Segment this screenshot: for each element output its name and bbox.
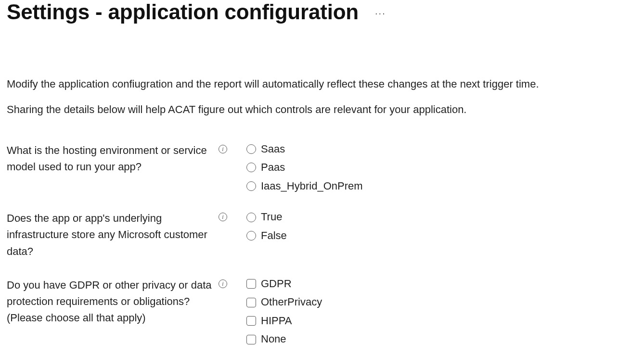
radio-option-saas[interactable]: Saas [246,142,363,156]
radio-input[interactable] [246,181,256,191]
checkbox-input[interactable] [246,279,256,289]
checkbox-option-hippa[interactable]: HIPPA [246,314,322,328]
checkbox-option-gdpr[interactable]: GDPR [246,277,322,291]
page-title: Settings - application configuration [7,0,359,24]
option-label: True [261,210,282,224]
radio-option-true[interactable]: True [246,210,287,224]
info-icon[interactable]: i [219,213,227,221]
radio-option-paas[interactable]: Paas [246,161,363,175]
intro-text-1: Modify the application confiugration and… [7,77,637,92]
question-hosting-environment: What is the hosting environment or servi… [7,142,637,193]
option-label: None [261,332,286,346]
option-label: Paas [261,161,285,175]
radio-input[interactable] [246,213,256,222]
radio-input[interactable] [246,231,256,241]
info-icon[interactable]: i [219,279,227,288]
option-label: HIPPA [261,314,292,328]
option-label: OtherPrivacy [261,295,322,309]
radio-option-iaas-hybrid-onprem[interactable]: Iaas_Hybrid_OnPrem [246,179,363,193]
option-label: False [261,229,287,243]
question-label: Do you have GDPR or other privacy or dat… [7,277,219,326]
checkbox-input[interactable] [246,335,256,344]
more-actions-button[interactable]: ··· [372,6,389,20]
radio-option-false[interactable]: False [246,229,287,243]
checkbox-input[interactable] [246,316,256,326]
question-label: What is the hosting environment or servi… [7,142,219,175]
question-label: Does the app or app's underlying infrast… [7,210,219,259]
option-label: Iaas_Hybrid_OnPrem [261,179,363,193]
radio-input[interactable] [246,144,256,154]
radio-input[interactable] [246,163,256,172]
checkbox-option-otherprivacy[interactable]: OtherPrivacy [246,295,322,309]
checkbox-input[interactable] [246,298,256,307]
question-privacy-requirements: Do you have GDPR or other privacy or dat… [7,277,637,346]
option-label: Saas [261,142,285,156]
question-stores-customer-data: Does the app or app's underlying infrast… [7,210,637,259]
info-icon[interactable]: i [219,145,227,153]
intro-text-2: Sharing the details below will help ACAT… [7,102,637,117]
option-label: GDPR [261,277,292,291]
checkbox-option-none[interactable]: None [246,332,322,346]
